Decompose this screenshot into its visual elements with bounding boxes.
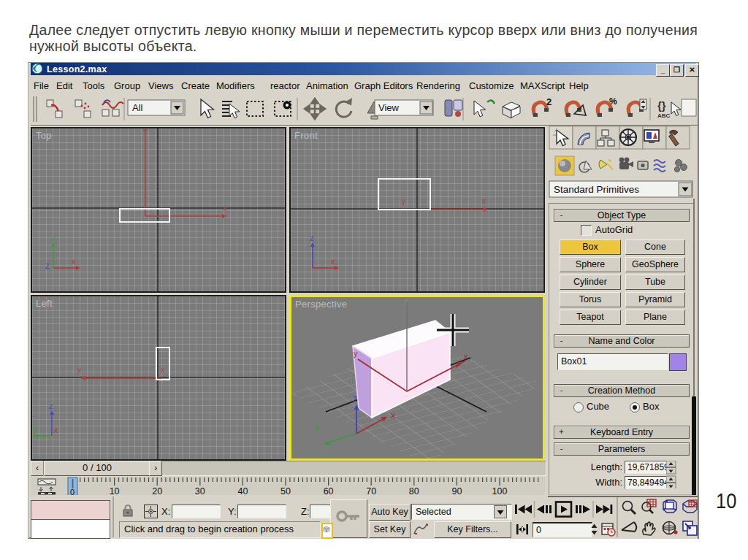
svg-text:{}: {} (657, 99, 666, 112)
svg-text:x: x (482, 197, 486, 205)
svg-text:z: z (404, 298, 408, 306)
svg-text:x: x (223, 204, 226, 212)
svg-text:x: x (72, 257, 76, 266)
svg-text:y: y (354, 349, 358, 358)
svg-text:x: x (391, 410, 395, 421)
svg-text:x: x (54, 426, 58, 434)
svg-text:y: y (50, 234, 55, 242)
svg-text:z: z (45, 261, 50, 271)
svg-text:View: View (378, 102, 400, 113)
svg-text:z: z (49, 402, 53, 410)
svg-text:2: 2 (546, 96, 552, 107)
svg-text:y: y (315, 422, 319, 432)
svg-text:x: x (331, 257, 335, 266)
svg-text:z: z (310, 234, 314, 242)
svg-text:%: % (609, 96, 617, 107)
svg-text:z: z (353, 394, 357, 404)
svg-text:x: x (464, 353, 468, 361)
svg-text:All: All (132, 102, 143, 113)
svg-text:Standard Primitives: Standard Primitives (554, 184, 639, 195)
svg-text:y: y (33, 425, 37, 434)
svg-text:ABC: ABC (657, 112, 671, 119)
svg-text:y: y (402, 197, 405, 205)
svg-text:x: x (161, 366, 164, 374)
svg-text:y: y (77, 366, 81, 374)
